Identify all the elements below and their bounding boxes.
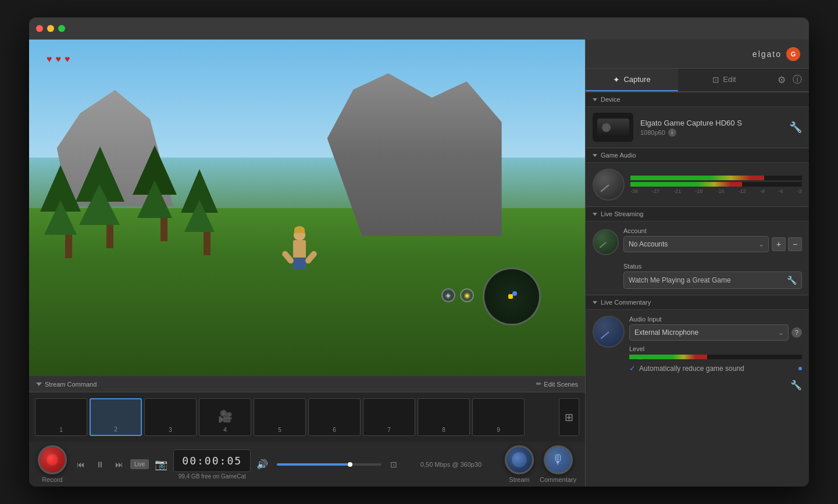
tab-edit-label: Edit (723, 75, 736, 84)
main-content: ♥ ♥ ♥ (29, 40, 809, 487)
stream-knob[interactable] (593, 229, 619, 255)
device-resolution: 1080p60 i (640, 128, 782, 137)
stream-command-label: Stream Command (36, 381, 97, 388)
audio-input-select-wrapper[interactable]: External Microphone (629, 324, 789, 341)
audio-meter-row: -36 -27 -21 -18 -15 -12 -9 -6 -3 (593, 169, 802, 201)
meter-label-6: -12 (739, 188, 746, 194)
audio-help-icon[interactable]: ? (791, 327, 802, 338)
account-select-wrapper[interactable]: No Accounts (623, 236, 769, 252)
progress-area[interactable] (277, 463, 381, 466)
heart-3: ♥ (65, 54, 70, 65)
status-settings-icon[interactable]: 🔧 (787, 276, 797, 285)
settings-icon[interactable]: ⚙ (778, 74, 786, 85)
device-section-label: Device (601, 96, 621, 103)
playback-controls: Record ⏮ ⏸ ⏭ Live 📷 00:00:05 99,4 GB (29, 442, 585, 487)
minimap-player (512, 291, 517, 296)
add-scene-button[interactable]: ⊞ (559, 398, 579, 436)
commentary-button[interactable]: 🎙 (544, 445, 573, 474)
storage-info: 99,4 GB free on GameCat (173, 473, 251, 480)
scene-thumb-9[interactable]: 9 (472, 398, 525, 436)
streaming-section-header: Live Streaming (586, 206, 809, 221)
checkbox-indicator (798, 367, 802, 370)
add-icon: ⊞ (565, 411, 573, 424)
minimize-button[interactable] (47, 25, 54, 32)
meter-label-8: -6 (779, 188, 783, 194)
meter-label-3: -21 (673, 188, 681, 194)
meter-bar-1 (630, 176, 802, 180)
live-button[interactable]: Live (130, 459, 149, 469)
audio-knob[interactable] (593, 169, 625, 201)
device-settings-icon[interactable]: 🔧 (789, 121, 802, 134)
edit-scenes-button[interactable]: ✏ Edit Scenes (536, 380, 578, 388)
hud-icon-1: ◈ (441, 288, 455, 302)
audio-collapse-icon[interactable] (593, 154, 597, 157)
fullscreen-icon[interactable]: ⊡ (390, 460, 397, 469)
reduce-sound-label: Automatically reduce game sound (639, 364, 795, 373)
microphone-icon: 🎙 (552, 452, 565, 467)
scene-thumb-2[interactable]: 2 (90, 398, 142, 436)
commentary-row: Audio Input External Microphone ? (593, 316, 802, 373)
info-icon[interactable]: ⓘ (793, 74, 802, 86)
account-row: Account No Accounts + − (593, 227, 802, 257)
fast-forward-button[interactable]: ⏭ (111, 456, 127, 473)
char-shorts (293, 258, 306, 269)
account-add-button[interactable]: + (772, 237, 786, 251)
device-row: Elgato Game Capture HD60 S 1080p60 i 🔧 (593, 113, 802, 142)
edit-scenes-label: Edit Scenes (544, 381, 578, 388)
meter-label-5: -15 (716, 188, 724, 194)
scene-num-2: 2 (114, 426, 117, 432)
commentary-fields: Audio Input External Microphone ? (629, 316, 802, 373)
scene-num-8: 8 (442, 427, 445, 433)
video-area: ♥ ♥ ♥ (29, 40, 585, 376)
device-content: Elgato Game Capture HD60 S 1080p60 i 🔧 (586, 107, 809, 148)
scene-thumb-3[interactable]: 3 (144, 398, 197, 436)
commentary-label: Commentary (540, 476, 576, 483)
left-panel: ♥ ♥ ♥ (29, 40, 585, 487)
hearts-display: ♥ ♥ ♥ (47, 54, 70, 65)
screenshot-button[interactable]: 📷 (155, 458, 167, 471)
record-button[interactable] (38, 445, 67, 474)
commentary-knob-indicator (600, 331, 609, 339)
heart-2: ♥ (56, 54, 62, 65)
device-collapse-icon[interactable] (593, 98, 597, 101)
audio-input-select[interactable]: External Microphone (629, 324, 789, 341)
rewind-button[interactable]: ⏮ (73, 456, 89, 473)
tab-capture-label: Capture (623, 75, 650, 84)
scene-thumb-6[interactable]: 6 (308, 398, 361, 436)
maximize-button[interactable] (58, 25, 65, 32)
status-input-text: Watch Me Playing a Great Game (629, 276, 731, 284)
scene-thumb-1[interactable]: 1 (35, 398, 87, 436)
audio-input-select-row: External Microphone ? (629, 324, 802, 341)
meter-labels: -36 -27 -21 -18 -15 -12 -9 -6 -3 (630, 188, 802, 194)
tree-2 (96, 146, 124, 248)
streaming-collapse-icon[interactable] (593, 213, 597, 216)
device-info: Elgato Game Capture HD60 S 1080p60 i (640, 119, 782, 137)
account-select[interactable]: No Accounts (623, 236, 769, 252)
stream-command-bar: Stream Command ✏ Edit Scenes (29, 376, 585, 392)
commentary-collapse-icon[interactable] (593, 301, 597, 304)
scene-thumb-8[interactable]: 8 (418, 398, 470, 436)
scene-num-5: 5 (278, 427, 281, 433)
stream-button[interactable] (505, 445, 534, 474)
scene-thumb-5[interactable]: 5 (254, 398, 306, 436)
commentary-settings-icon[interactable]: 🔧 (790, 380, 802, 391)
scene-num-6: 6 (333, 427, 336, 433)
meter-label-4: -18 (695, 188, 703, 194)
meter-fill-2 (630, 182, 742, 187)
account-remove-button[interactable]: − (788, 237, 802, 251)
device-info-icon[interactable]: i (668, 128, 676, 137)
scene-thumb-7[interactable]: 7 (363, 398, 415, 436)
pause-button[interactable]: ⏸ (92, 456, 108, 473)
close-button[interactable] (36, 25, 43, 32)
tab-edit[interactable]: ⊡ Edit (678, 69, 771, 91)
scene-thumb-4[interactable]: 🎥 4 (199, 398, 251, 436)
minimap-marker (508, 294, 513, 299)
camera-scene-icon: 🎥 (218, 409, 233, 423)
commentary-knob[interactable] (593, 316, 625, 348)
progress-bar[interactable] (277, 463, 381, 466)
record-label: Record (42, 476, 62, 483)
volume-icon[interactable]: 🔊 (256, 459, 268, 470)
status-input[interactable]: Watch Me Playing a Great Game 🔧 (623, 271, 802, 289)
account-fields: Account No Accounts + − (623, 227, 802, 257)
tab-capture[interactable]: ✦ Capture (586, 69, 678, 91)
